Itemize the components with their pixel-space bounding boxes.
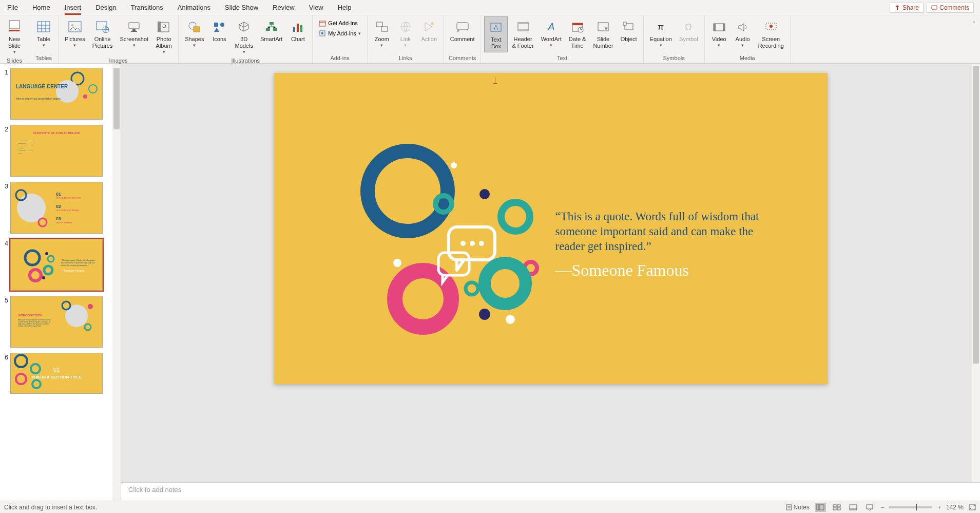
svg-rect-19 xyxy=(194,27,200,32)
slide-thumbnail-1[interactable]: LANGUAGE CENTER Here is where your prese… xyxy=(10,68,103,120)
equation-button[interactable]: πEquation▾ xyxy=(647,16,675,50)
slide-thumbnail-6[interactable]: 01 THIS IS A SECTION TITLE xyxy=(10,353,103,394)
online-pictures-button[interactable]: Online Pictures xyxy=(89,16,116,51)
group-label-tables: Tables xyxy=(32,54,55,63)
share-button[interactable]: Share xyxy=(890,3,924,13)
svg-point-62 xyxy=(39,218,47,226)
icons-icon xyxy=(212,21,226,33)
wordart-button[interactable]: AWordArt▾ xyxy=(538,16,565,50)
quote-attribution[interactable]: —Someone Famous xyxy=(555,261,771,280)
chart-button[interactable]: Chart xyxy=(286,16,309,45)
svg-rect-0 xyxy=(932,6,937,9)
svg-rect-31 xyxy=(376,22,382,27)
thumb-number: 2 xyxy=(2,125,10,133)
tab-help[interactable]: Help xyxy=(331,0,359,15)
zoom-slider[interactable] xyxy=(889,506,932,508)
new-slide-icon xyxy=(7,20,22,34)
pictures-button[interactable]: Pictures▾ xyxy=(62,16,88,50)
svg-rect-98 xyxy=(819,505,824,510)
thumb-number: 1 xyxy=(2,68,10,76)
video-button[interactable]: Video▾ xyxy=(708,16,731,50)
tab-animations[interactable]: Animations xyxy=(170,0,218,15)
tab-design[interactable]: Design xyxy=(88,0,123,15)
zoom-button[interactable]: Zoom▾ xyxy=(371,16,393,50)
tab-slideshow[interactable]: Slide Show xyxy=(218,0,265,15)
slideshow-view-button[interactable] xyxy=(864,503,875,512)
slide-number-button[interactable]: #Slide Number xyxy=(590,16,616,51)
tab-review[interactable]: Review xyxy=(265,0,302,15)
comments-button[interactable]: Comments xyxy=(927,3,974,13)
slide-thumbnail-2[interactable]: CONTENTS OF THIS TEMPLATE ▪ ▪ ▪ ▪ ▪ ▪ ▪ … xyxy=(10,125,103,177)
tab-home[interactable]: Home xyxy=(25,0,57,15)
screen-recording-button[interactable]: Screen Recording xyxy=(755,16,787,51)
svg-text:π: π xyxy=(658,22,664,32)
slide-thumbnail-4[interactable]: "This is a quote. Words full of wisdom t… xyxy=(10,239,103,291)
slide-sorter-button[interactable] xyxy=(831,503,842,512)
my-addins-button[interactable]: My Add-ins ▾ xyxy=(316,29,363,38)
zoom-level[interactable]: 142 % xyxy=(946,504,964,511)
equation-icon: π xyxy=(654,21,668,33)
photo-album-button[interactable]: Photo Album▾ xyxy=(152,16,175,56)
svg-rect-14 xyxy=(131,31,137,32)
svg-rect-20 xyxy=(214,23,218,27)
table-button[interactable]: Table▾ xyxy=(32,16,55,50)
tab-file[interactable]: File xyxy=(0,0,25,15)
svg-point-34 xyxy=(431,22,434,25)
svg-rect-100 xyxy=(837,505,840,507)
group-label-symbols: Symbols xyxy=(647,54,701,63)
svg-rect-94 xyxy=(786,505,792,510)
slide-thumbnail-3[interactable]: 01 OUR TEACHING METHOD 02 OUR LEARNING A… xyxy=(10,182,103,234)
online-pictures-icon xyxy=(95,21,110,33)
status-bar: Click and drag to insert a text box. Not… xyxy=(0,501,980,513)
shapes-button[interactable]: Shapes▾ xyxy=(182,16,207,50)
screenshot-button[interactable]: Screenshot▾ xyxy=(117,16,152,50)
audio-button[interactable]: Audio▾ xyxy=(732,16,754,50)
svg-rect-53 xyxy=(723,24,725,31)
reading-view-button[interactable] xyxy=(848,503,859,512)
comment-button[interactable]: Comment xyxy=(447,16,478,45)
addins-icon xyxy=(319,30,326,37)
svg-rect-102 xyxy=(837,508,840,510)
notes-pane[interactable]: Click to add notes xyxy=(121,482,980,501)
svg-point-16 xyxy=(163,25,166,28)
svg-point-79 xyxy=(479,189,490,199)
current-slide[interactable]: “This is a quote. Words full of wisdom t… xyxy=(274,73,828,384)
svg-point-83 xyxy=(466,282,478,295)
new-slide-button[interactable]: New Slide▾ xyxy=(3,16,26,56)
symbol-icon: Ω xyxy=(681,21,696,33)
slide-thumbnail-5[interactable]: INTRODUCTION Mercury is the closest plan… xyxy=(10,296,103,348)
3d-models-button[interactable]: 3D Models▾ xyxy=(232,16,256,56)
symbol-button[interactable]: ΩSymbol xyxy=(676,16,701,45)
canvas-vertical-scrollbar[interactable] xyxy=(972,64,980,482)
slide-thumbnail-panel[interactable]: 1 LANGUAGE CENTER Here is where your pre… xyxy=(0,64,121,501)
header-footer-button[interactable]: Header & Footer xyxy=(509,16,536,51)
icons-button[interactable]: Icons xyxy=(208,16,230,45)
link-button[interactable]: Link▾ xyxy=(394,16,417,50)
zoom-in-button[interactable]: + xyxy=(937,504,941,511)
thumb-number: 3 xyxy=(2,182,10,190)
date-time-button[interactable]: Date & Time xyxy=(566,16,589,51)
smartart-icon xyxy=(264,21,279,33)
tab-insert[interactable]: Insert xyxy=(57,0,89,15)
tab-transitions[interactable]: Transitions xyxy=(124,0,170,15)
action-button[interactable]: Action xyxy=(418,16,440,45)
get-addins-button[interactable]: Get Add-ins xyxy=(316,18,363,28)
main-area: 1 LANGUAGE CENTER Here is where your pre… xyxy=(0,64,980,501)
fit-to-window-button[interactable] xyxy=(969,504,976,510)
quote-text[interactable]: “This is a quote. Words full of wisdom t… xyxy=(555,210,771,254)
smartart-button[interactable]: SmartArt xyxy=(257,16,285,45)
thumbnail-scrollbar[interactable] xyxy=(112,64,121,501)
object-button[interactable]: Object xyxy=(618,16,640,45)
notes-toggle[interactable]: Notes xyxy=(786,504,810,511)
slide-number-icon: # xyxy=(596,21,610,33)
zoom-out-button[interactable]: − xyxy=(880,504,884,511)
store-icon xyxy=(319,20,326,27)
svg-rect-48 xyxy=(623,22,626,25)
normal-view-button[interactable] xyxy=(815,503,826,512)
svg-rect-23 xyxy=(266,28,270,31)
collapse-ribbon-icon[interactable]: ^ xyxy=(973,21,975,26)
svg-point-59 xyxy=(89,85,97,93)
textbox-button[interactable]: AText Box xyxy=(484,16,508,52)
tab-view[interactable]: View xyxy=(302,0,331,15)
slide-canvas[interactable]: “This is a quote. Words full of wisdom t… xyxy=(121,64,980,482)
